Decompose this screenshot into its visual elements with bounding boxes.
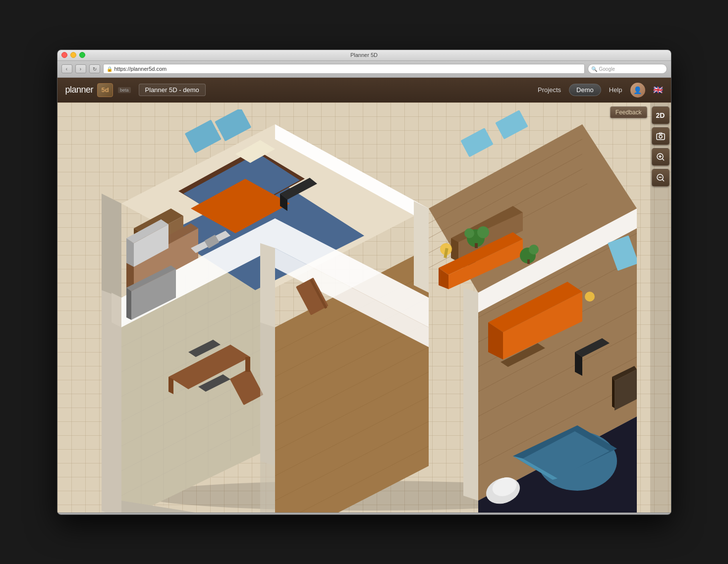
- search-bar[interactable]: 🔍 Google: [588, 64, 667, 74]
- screenshot-button[interactable]: [652, 127, 670, 145]
- svg-point-94: [464, 228, 474, 238]
- close-button[interactable]: [61, 52, 67, 58]
- refresh-button[interactable]: ↻: [89, 64, 100, 73]
- zoom-in-button[interactable]: [652, 148, 670, 166]
- back-button[interactable]: ‹: [61, 64, 72, 73]
- house-container: [92, 109, 637, 513]
- logo-5d: 5d: [97, 83, 113, 97]
- main-viewport: Feedback 2D: [57, 103, 671, 513]
- demo-button[interactable]: Demo: [569, 84, 601, 96]
- svg-line-128: [662, 179, 664, 181]
- svg-point-120: [659, 135, 662, 138]
- help-link[interactable]: Help: [609, 86, 622, 94]
- 2d-view-button[interactable]: 2D: [652, 106, 670, 124]
- svg-marker-81: [168, 377, 173, 394]
- svg-rect-55: [495, 110, 528, 139]
- logo-area: planner 5d beta: [65, 83, 131, 97]
- search-icon: 🔍: [591, 66, 597, 72]
- app-nav: planner 5d beta Planner 5D - demo Projec…: [57, 78, 671, 103]
- house-svg: [92, 109, 637, 513]
- window-title: Planner 5D: [350, 52, 378, 58]
- search-placeholder: Google: [599, 66, 615, 72]
- url-bar[interactable]: 🔒 https://planner5d.com: [103, 64, 585, 74]
- right-toolbar: 2D: [650, 103, 671, 513]
- svg-marker-82: [245, 357, 250, 372]
- maximize-button[interactable]: [79, 52, 85, 58]
- url-text: https://planner5d.com: [114, 66, 167, 72]
- svg-marker-118: [260, 322, 275, 513]
- svg-rect-54: [460, 128, 493, 157]
- svg-rect-53: [215, 109, 251, 141]
- title-bar: Planner 5D: [57, 50, 671, 61]
- svg-rect-119: [657, 134, 665, 140]
- svg-rect-101: [527, 259, 530, 264]
- secure-icon: 🔒: [107, 66, 112, 72]
- svg-point-93: [477, 226, 489, 238]
- mac-window: Planner 5D ‹ › ↻ 🔒 https://planner5d.com…: [57, 50, 672, 515]
- logo-text: planner: [65, 85, 94, 95]
- feedback-button[interactable]: Feedback: [610, 106, 647, 118]
- svg-rect-95: [475, 243, 478, 248]
- svg-marker-110: [612, 377, 615, 408]
- svg-marker-75: [126, 288, 131, 320]
- avatar[interactable]: 👤: [630, 83, 645, 98]
- zoom-out-button[interactable]: [652, 169, 670, 187]
- svg-rect-52: [184, 119, 221, 153]
- svg-point-100: [529, 245, 539, 255]
- svg-marker-117: [102, 290, 121, 513]
- svg-line-125: [662, 158, 664, 160]
- forward-button[interactable]: ›: [75, 64, 86, 73]
- svg-point-105: [585, 292, 595, 302]
- language-flag[interactable]: 🇬🇧: [653, 85, 663, 95]
- window-border-bottom: [57, 513, 671, 514]
- svg-marker-50: [463, 288, 478, 501]
- project-name-button[interactable]: Planner 5D - demo: [139, 84, 206, 96]
- beta-badge: beta: [118, 87, 131, 93]
- house-3d-view: [57, 103, 671, 513]
- svg-marker-86: [451, 238, 458, 262]
- title-bar-buttons: [61, 52, 85, 58]
- svg-marker-78: [126, 238, 134, 267]
- address-bar: ‹ › ↻ 🔒 https://planner5d.com 🔍 Google: [57, 61, 671, 78]
- projects-link[interactable]: Projects: [538, 86, 561, 94]
- minimize-button[interactable]: [70, 52, 76, 58]
- svg-marker-45: [414, 201, 429, 293]
